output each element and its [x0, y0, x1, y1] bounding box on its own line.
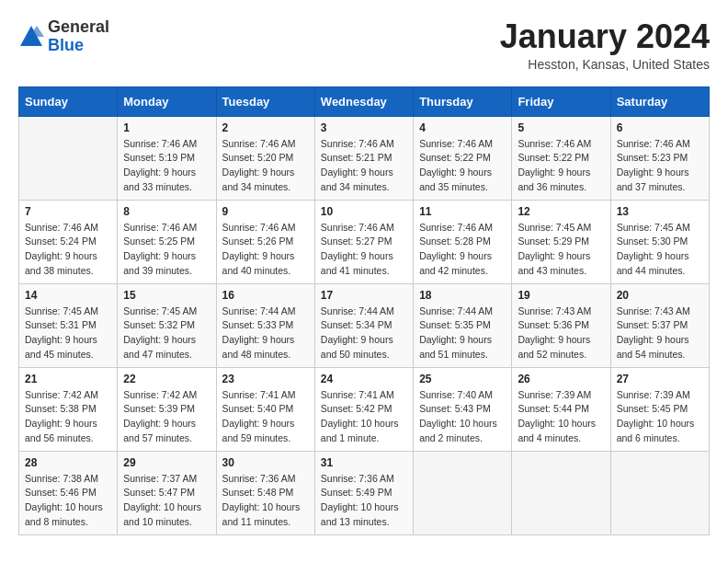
calendar-subtitle: Hesston, Kansas, United States [500, 57, 710, 72]
calendar-day: 10Sunrise: 7:46 AMSunset: 5:27 PMDayligh… [314, 200, 413, 283]
calendar-day: 25Sunrise: 7:40 AMSunset: 5:43 PMDayligh… [414, 367, 512, 451]
calendar-title: January 2024 [500, 18, 710, 55]
calendar-day: 9Sunrise: 7:46 AMSunset: 5:26 PMDaylight… [216, 200, 314, 283]
day-info: Sunrise: 7:44 AMSunset: 5:34 PMDaylight:… [321, 304, 407, 362]
day-number: 19 [518, 289, 604, 302]
calendar-day [414, 451, 512, 534]
day-number: 28 [25, 456, 111, 469]
logo: General Blue [18, 18, 109, 55]
day-info: Sunrise: 7:41 AMSunset: 5:40 PMDaylight:… [222, 388, 309, 446]
calendar-week-3: 14Sunrise: 7:45 AMSunset: 5:31 PMDayligh… [19, 283, 710, 367]
day-info: Sunrise: 7:46 AMSunset: 5:24 PMDaylight:… [25, 221, 111, 279]
calendar-day: 7Sunrise: 7:46 AMSunset: 5:24 PMDaylight… [19, 200, 118, 283]
day-info: Sunrise: 7:45 AMSunset: 5:32 PMDaylight:… [123, 304, 210, 362]
calendar-day: 1Sunrise: 7:46 AMSunset: 5:19 PMDaylight… [118, 116, 216, 200]
calendar-day: 8Sunrise: 7:46 AMSunset: 5:25 PMDaylight… [118, 200, 216, 283]
calendar-day: 4Sunrise: 7:46 AMSunset: 5:22 PMDaylight… [414, 116, 512, 200]
day-number: 18 [419, 289, 506, 302]
day-number: 1 [123, 121, 210, 134]
day-info: Sunrise: 7:46 AMSunset: 5:28 PMDaylight:… [419, 221, 506, 279]
calendar-day: 30Sunrise: 7:36 AMSunset: 5:48 PMDayligh… [216, 451, 314, 534]
day-info: Sunrise: 7:44 AMSunset: 5:35 PMDaylight:… [419, 304, 506, 362]
day-info: Sunrise: 7:43 AMSunset: 5:36 PMDaylight:… [518, 304, 604, 362]
day-info: Sunrise: 7:46 AMSunset: 5:19 PMDaylight:… [123, 137, 210, 195]
calendar-day: 20Sunrise: 7:43 AMSunset: 5:37 PMDayligh… [610, 283, 709, 367]
day-info: Sunrise: 7:46 AMSunset: 5:22 PMDaylight:… [518, 137, 604, 195]
day-info: Sunrise: 7:46 AMSunset: 5:23 PMDaylight:… [617, 137, 703, 195]
title-block: January 2024 Hesston, Kansas, United Sta… [500, 18, 710, 72]
calendar-day: 6Sunrise: 7:46 AMSunset: 5:23 PMDaylight… [610, 116, 709, 200]
day-number: 9 [222, 205, 309, 218]
day-number: 12 [518, 205, 604, 218]
day-number: 14 [25, 289, 111, 302]
day-header-saturday: Saturday [610, 86, 709, 116]
day-info: Sunrise: 7:37 AMSunset: 5:47 PMDaylight:… [123, 472, 210, 530]
calendar-day [512, 451, 610, 534]
day-info: Sunrise: 7:46 AMSunset: 5:26 PMDaylight:… [222, 221, 309, 279]
calendar-day: 15Sunrise: 7:45 AMSunset: 5:32 PMDayligh… [118, 283, 216, 367]
day-header-sunday: Sunday [19, 86, 118, 116]
day-number: 4 [419, 121, 506, 134]
day-info: Sunrise: 7:46 AMSunset: 5:20 PMDaylight:… [222, 137, 309, 195]
calendar-day: 11Sunrise: 7:46 AMSunset: 5:28 PMDayligh… [414, 200, 512, 283]
calendar-day: 27Sunrise: 7:39 AMSunset: 5:45 PMDayligh… [610, 367, 709, 451]
calendar-header: SundayMondayTuesdayWednesdayThursdayFrid… [19, 86, 710, 116]
day-number: 27 [617, 373, 703, 385]
calendar-day: 3Sunrise: 7:46 AMSunset: 5:21 PMDaylight… [314, 116, 413, 200]
calendar-day: 14Sunrise: 7:45 AMSunset: 5:31 PMDayligh… [19, 283, 118, 367]
day-info: Sunrise: 7:41 AMSunset: 5:42 PMDaylight:… [321, 388, 407, 446]
day-info: Sunrise: 7:36 AMSunset: 5:48 PMDaylight:… [222, 472, 309, 530]
day-info: Sunrise: 7:45 AMSunset: 5:31 PMDaylight:… [25, 304, 111, 362]
day-number: 6 [617, 121, 703, 134]
calendar-day: 18Sunrise: 7:44 AMSunset: 5:35 PMDayligh… [414, 283, 512, 367]
logo-text: General Blue [48, 18, 109, 55]
day-number: 23 [222, 373, 309, 385]
calendar-day: 29Sunrise: 7:37 AMSunset: 5:47 PMDayligh… [118, 451, 216, 534]
day-number: 30 [222, 456, 309, 469]
day-number: 22 [123, 373, 210, 385]
calendar-day: 13Sunrise: 7:45 AMSunset: 5:30 PMDayligh… [610, 200, 709, 283]
day-number: 21 [25, 373, 111, 385]
day-info: Sunrise: 7:36 AMSunset: 5:49 PMDaylight:… [321, 472, 407, 530]
day-number: 7 [25, 205, 111, 218]
day-number: 24 [321, 373, 407, 385]
day-number: 25 [419, 373, 506, 385]
calendar-day [610, 451, 709, 534]
day-number: 2 [222, 121, 309, 134]
day-number: 20 [617, 289, 703, 302]
calendar-day: 23Sunrise: 7:41 AMSunset: 5:40 PMDayligh… [216, 367, 314, 451]
day-number: 26 [518, 373, 604, 385]
day-info: Sunrise: 7:42 AMSunset: 5:38 PMDaylight:… [25, 388, 111, 446]
day-info: Sunrise: 7:40 AMSunset: 5:43 PMDaylight:… [419, 388, 506, 446]
day-header-monday: Monday [118, 86, 216, 116]
day-header-friday: Friday [512, 86, 610, 116]
day-info: Sunrise: 7:43 AMSunset: 5:37 PMDaylight:… [617, 304, 703, 362]
day-number: 17 [321, 289, 407, 302]
calendar-day: 17Sunrise: 7:44 AMSunset: 5:34 PMDayligh… [314, 283, 413, 367]
day-number: 5 [518, 121, 604, 134]
calendar-day: 19Sunrise: 7:43 AMSunset: 5:36 PMDayligh… [512, 283, 610, 367]
day-info: Sunrise: 7:39 AMSunset: 5:45 PMDaylight:… [617, 388, 703, 446]
day-info: Sunrise: 7:46 AMSunset: 5:25 PMDaylight:… [123, 221, 210, 279]
calendar-day [19, 116, 118, 200]
day-info: Sunrise: 7:46 AMSunset: 5:21 PMDaylight:… [321, 137, 407, 195]
logo-blue: Blue [48, 37, 109, 55]
calendar-body: 1Sunrise: 7:46 AMSunset: 5:19 PMDaylight… [19, 116, 710, 534]
calendar-day: 5Sunrise: 7:46 AMSunset: 5:22 PMDaylight… [512, 116, 610, 200]
calendar-day: 22Sunrise: 7:42 AMSunset: 5:39 PMDayligh… [118, 367, 216, 451]
calendar-week-4: 21Sunrise: 7:42 AMSunset: 5:38 PMDayligh… [19, 367, 710, 451]
calendar-day: 16Sunrise: 7:44 AMSunset: 5:33 PMDayligh… [216, 283, 314, 367]
logo-general: General [48, 18, 109, 37]
calendar-day: 28Sunrise: 7:38 AMSunset: 5:46 PMDayligh… [19, 451, 118, 534]
calendar-day: 21Sunrise: 7:42 AMSunset: 5:38 PMDayligh… [19, 367, 118, 451]
page-header: General Blue January 2024 Hesston, Kansa… [18, 18, 710, 72]
day-header-wednesday: Wednesday [314, 86, 413, 116]
day-number: 3 [321, 121, 407, 134]
day-number: 8 [123, 205, 210, 218]
calendar-day: 31Sunrise: 7:36 AMSunset: 5:49 PMDayligh… [314, 451, 413, 534]
day-number: 10 [321, 205, 407, 218]
day-info: Sunrise: 7:45 AMSunset: 5:29 PMDaylight:… [518, 221, 604, 279]
calendar-day: 24Sunrise: 7:41 AMSunset: 5:42 PMDayligh… [314, 367, 413, 451]
calendar-day: 12Sunrise: 7:45 AMSunset: 5:29 PMDayligh… [512, 200, 610, 283]
calendar-week-1: 1Sunrise: 7:46 AMSunset: 5:19 PMDaylight… [19, 116, 710, 200]
